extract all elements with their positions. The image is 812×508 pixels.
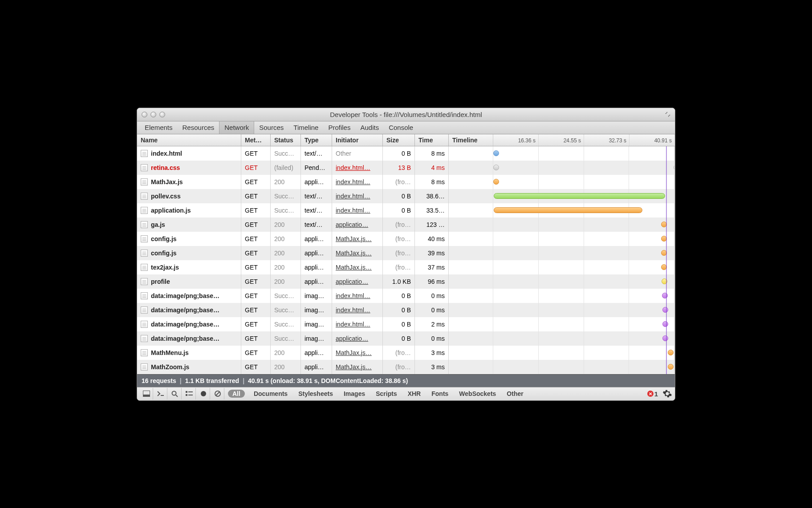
file-icon — [141, 363, 148, 371]
filter-xhr[interactable]: XHR — [402, 390, 426, 397]
table-row[interactable]: ga.jsGET200text/…applicatio…(fro…123 … — [137, 218, 675, 232]
table-row[interactable]: retina.cssGET(failed)Pend…index.html…13 … — [137, 161, 675, 175]
cell-name: config.js — [137, 246, 241, 260]
initiator-link[interactable]: index.html… — [336, 321, 370, 328]
col-header-type[interactable]: Type — [301, 134, 332, 146]
filter-images[interactable]: Images — [338, 390, 370, 397]
col-header-name[interactable]: Name — [137, 134, 241, 146]
table-row[interactable]: pollev.cssGETSucc…text/…index.html…0 B38… — [137, 189, 675, 203]
cell-name: ga.js — [137, 218, 241, 232]
timeline-tick: 24.55 s — [539, 134, 584, 146]
table-row[interactable]: profileGET200appli…applicatio…1.0 KB96 m… — [137, 274, 675, 289]
cell-name: data:image/png;base… — [137, 331, 241, 346]
tab-elements[interactable]: Elements — [140, 121, 178, 134]
file-icon — [141, 306, 148, 314]
col-header-method[interactable]: Met… — [241, 134, 271, 146]
file-icon — [141, 321, 148, 328]
table-row[interactable]: data:image/png;base…GETSucc…imag…index.h… — [137, 289, 675, 303]
tab-timeline[interactable]: Timeline — [288, 121, 323, 134]
bottom-toolbar: All DocumentsStylesheetsImagesScriptsXHR… — [137, 387, 675, 400]
initiator-link[interactable]: applicatio… — [336, 278, 368, 285]
table-row[interactable]: index.htmlGETSucc…text/…Other0 B8 ms — [137, 146, 675, 161]
initiator-link[interactable]: MathJax.js… — [336, 349, 372, 356]
filter-scripts[interactable]: Scripts — [370, 390, 402, 397]
cell-timeline — [449, 161, 675, 175]
summary-bar: 16 requests | 1.1 KB transferred | 40.91… — [137, 374, 675, 387]
initiator-link[interactable]: applicatio… — [336, 335, 368, 342]
timeline-tick: 16.36 s — [493, 134, 539, 146]
table-row[interactable]: data:image/png;base…GETSucc…imag…index.h… — [137, 317, 675, 331]
col-header-status[interactable]: Status — [271, 134, 301, 146]
expand-icon[interactable] — [664, 111, 671, 118]
col-header-initiator[interactable]: Initiator — [332, 134, 383, 146]
initiator-link[interactable]: applicatio… — [336, 221, 368, 228]
cell-name: pollev.css — [137, 189, 241, 203]
initiator-link[interactable]: MathJax.js… — [336, 363, 372, 371]
initiator-link[interactable]: index.html… — [336, 306, 370, 314]
initiator-link[interactable]: index.html… — [336, 164, 370, 171]
summary-transferred: 1.1 KB transferred — [185, 377, 239, 384]
table-row[interactable]: MathMenu.jsGET200appli…MathJax.js…(fro…3… — [137, 346, 675, 360]
filter-documents[interactable]: Documents — [248, 390, 293, 397]
clear-icon[interactable] — [211, 388, 224, 399]
filter-all[interactable]: All — [228, 390, 245, 398]
dock-icon[interactable] — [140, 388, 153, 399]
initiator-link[interactable]: MathJax.js… — [336, 250, 372, 257]
cell-timeline — [449, 189, 675, 203]
table-row[interactable]: data:image/png;base…GETSucc…imag…index.h… — [137, 303, 675, 317]
initiator-link[interactable]: index.html… — [336, 178, 370, 185]
initiator-link[interactable]: MathJax.js… — [336, 264, 372, 271]
file-icon — [141, 235, 148, 242]
cell-timeline — [449, 289, 675, 303]
initiator-link[interactable]: index.html… — [336, 207, 370, 214]
table-row[interactable]: MathJax.jsGET200appli…index.html…(fro…8 … — [137, 175, 675, 189]
window-title: Developer Tools - file:///Volumes/Untitl… — [137, 111, 675, 118]
cell-timeline — [449, 218, 675, 232]
col-header-size[interactable]: Size — [383, 134, 415, 146]
timeline-bar — [494, 193, 665, 199]
svg-line-11 — [215, 392, 219, 395]
cell-timeline — [449, 175, 675, 189]
large-rows-icon[interactable] — [183, 388, 196, 399]
error-count[interactable]: ✕ 1 — [647, 390, 658, 398]
record-icon[interactable] — [197, 388, 210, 399]
table-row[interactable]: config.jsGET200appli…MathJax.js…(fro…40 … — [137, 232, 675, 246]
table-row[interactable]: application.jsGETSucc…text/…index.html…0… — [137, 203, 675, 218]
svg-rect-8 — [188, 395, 193, 395]
col-header-timeline[interactable]: Timeline 16.36 s24.55 s32.73 s40.91 s — [449, 134, 675, 146]
tab-profiles[interactable]: Profiles — [323, 121, 355, 134]
file-icon — [141, 292, 148, 299]
cell-timeline — [449, 146, 675, 161]
timeline-tick: 40.91 s — [629, 134, 675, 146]
tab-resources[interactable]: Resources — [178, 121, 219, 134]
tab-audits[interactable]: Audits — [355, 121, 384, 134]
timeline-bar — [661, 222, 667, 227]
initiator-link[interactable]: MathJax.js… — [336, 235, 372, 242]
filter-fonts[interactable]: Fonts — [426, 390, 454, 397]
console-drawer-icon[interactable] — [154, 388, 167, 399]
col-header-time[interactable]: Time — [415, 134, 449, 146]
timeline-bar — [662, 307, 668, 313]
settings-gear-icon[interactable] — [662, 389, 672, 399]
timeline-bar — [668, 364, 674, 370]
filter-websockets[interactable]: WebSockets — [454, 390, 501, 397]
file-icon — [141, 250, 148, 257]
table-row[interactable]: tex2jax.jsGET200appli…MathJax.js…(fro…37… — [137, 260, 675, 274]
cell-timeline — [449, 346, 675, 360]
table-row[interactable]: config.jsGET200appli…MathJax.js…(fro…39 … — [137, 246, 675, 260]
initiator-link[interactable]: index.html… — [336, 292, 370, 299]
cell-timeline — [449, 232, 675, 246]
tab-sources[interactable]: Sources — [254, 121, 288, 134]
table-row[interactable]: MathZoom.jsGET200appli…MathJax.js…(fro…3… — [137, 360, 675, 374]
table-row[interactable]: data:image/png;base…GETSucc…imag…applica… — [137, 331, 675, 346]
filter-items: DocumentsStylesheetsImagesScriptsXHRFont… — [248, 390, 529, 397]
tab-network[interactable]: Network — [219, 121, 254, 134]
filter-stylesheets[interactable]: Stylesheets — [293, 390, 338, 397]
initiator-link[interactable]: index.html… — [336, 193, 370, 200]
tab-console[interactable]: Console — [384, 121, 418, 134]
filter-other[interactable]: Other — [501, 390, 528, 397]
search-icon[interactable] — [168, 388, 182, 399]
file-icon — [141, 164, 148, 171]
file-icon — [141, 207, 148, 214]
network-grid-header: Name Met… Status Type Initiator Size Tim… — [137, 134, 675, 146]
